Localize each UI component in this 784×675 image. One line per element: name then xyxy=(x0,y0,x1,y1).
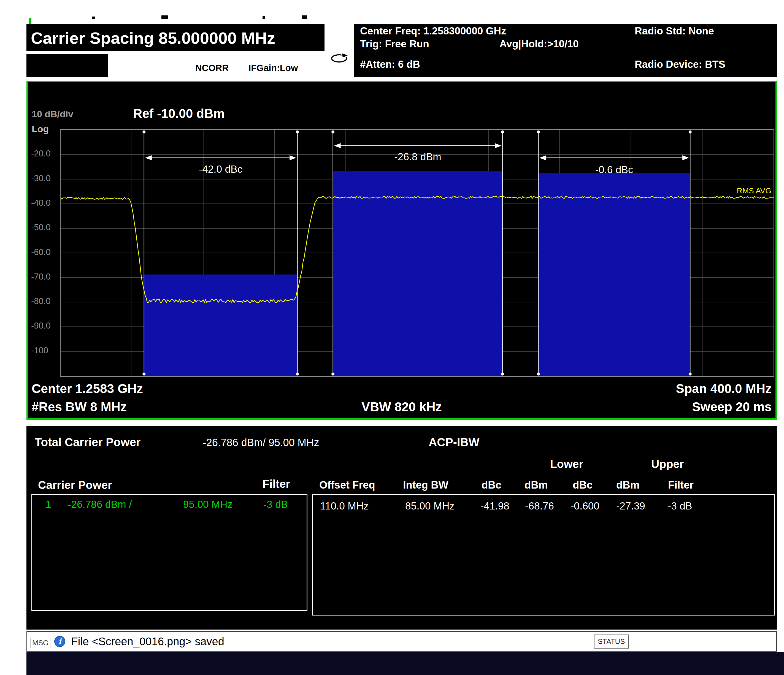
radio-device-readout[interactable]: Radio Device: BTS xyxy=(635,59,725,70)
y-axis-label: -90.0 xyxy=(31,321,51,331)
carrier-row-power: -26.786 dBm / xyxy=(68,499,132,510)
carrier-table-header-power: Carrier Power xyxy=(38,479,112,491)
measurement-mode-label: ACP-IBW xyxy=(429,435,479,449)
svg-text:-0.6 dBc: -0.6 dBc xyxy=(595,164,633,176)
header-radio-block: Radio Std: None Radio Device: BTS xyxy=(628,24,777,77)
graticule-frame: -42.0 dBc-26.8 dBm-0.6 dBcRMS AVG xyxy=(60,129,775,377)
sweep-annotation[interactable]: Sweep 20 ms xyxy=(692,399,772,414)
y-axis-label: -50.0 xyxy=(31,222,51,232)
offset-row-lower-dbc: -41.98 xyxy=(481,501,509,512)
carrier-row-bw: 95.00 MHz xyxy=(183,499,232,510)
res-bw-annotation[interactable]: #Res BW 8 MHz xyxy=(32,399,127,414)
ifgain-indicator: IFGain:Low xyxy=(249,63,298,73)
offset-header-upper-dbm: dBm xyxy=(616,479,639,491)
svg-text:RMS AVG: RMS AVG xyxy=(737,187,772,195)
offset-row-upper-dbc: -0.600 xyxy=(571,501,599,512)
scale-per-div-label: 10 dB/div xyxy=(32,109,73,120)
header-settings-block: Center Freq: 1.258300000 GHz Trig: Free … xyxy=(354,24,628,77)
y-axis-label: -100 xyxy=(31,345,48,356)
offset-header-lower-dbm: dBm xyxy=(524,479,548,491)
ncorr-indicator: NCORR xyxy=(195,63,229,73)
y-axis-label: -30.0 xyxy=(31,174,51,184)
screen-artifact xyxy=(92,17,95,19)
total-carrier-power-label: Total Carrier Power xyxy=(35,435,140,449)
svg-text:-26.8 dBm: -26.8 dBm xyxy=(394,151,441,162)
offset-table: 110.0 MHz 85.00 MHz -41.98 -68.76 -0.600… xyxy=(312,494,775,616)
offset-row-lower-dbm: -68.76 xyxy=(525,501,554,512)
carrier-table: 1 -26.786 dBm / 95.00 MHz -3 dB xyxy=(31,494,307,611)
offset-header-filter: Filter xyxy=(668,479,694,491)
atten-readout[interactable]: #Atten: 6 dB xyxy=(360,59,420,70)
y-axis-label: -70.0 xyxy=(31,272,51,282)
spectrum-display: 10 dB/div Ref -10.00 dBm Log -20.0-30.0-… xyxy=(26,81,777,420)
scale-type-label: Log xyxy=(32,124,49,134)
carrier-table-header-filter: Filter xyxy=(263,477,290,490)
ref-level-label[interactable]: Ref -10.00 dBm xyxy=(133,106,224,121)
screen-artifact xyxy=(263,16,265,19)
offset-row-integ-bw: 85.00 MHz xyxy=(405,501,454,512)
upper-group-header: Upper xyxy=(651,458,684,471)
avg-hold-readout[interactable]: Avg|Hold:>10/10 xyxy=(499,38,579,50)
span-annotation[interactable]: Span 400.0 MHz xyxy=(676,381,772,396)
offset-header-offset-freq: Offset Freq xyxy=(319,479,375,491)
measurement-title: Carrier Spacing 85.000000 MHz xyxy=(31,29,275,48)
offset-row-freq: 110.0 MHz xyxy=(320,501,369,512)
bottom-filler xyxy=(26,652,784,675)
status-bar: MSG i File <Screen_0016.png> saved STATU… xyxy=(26,631,777,652)
carrier-row-filter: -3 dB xyxy=(263,499,288,510)
continuous-sweep-icon[interactable] xyxy=(328,50,350,65)
trigger-readout[interactable]: Trig: Free Run xyxy=(360,38,429,50)
y-axis-label: -40.0 xyxy=(31,198,51,208)
total-carrier-power-value: -26.786 dBm/ 95.00 MHz xyxy=(203,437,319,449)
screen-artifact xyxy=(302,16,307,19)
offset-header-lower-dbc: dBc xyxy=(482,479,501,491)
y-axis-label: -20.0 xyxy=(31,149,51,159)
offset-header-integ-bw: Integ BW xyxy=(403,479,448,491)
spectrum-chart: -42.0 dBc-26.8 dBm-0.6 dBcRMS AVG xyxy=(61,130,773,376)
center-freq-annotation[interactable]: Center 1.2583 GHz xyxy=(32,381,143,396)
svg-text:-42.0 dBc: -42.0 dBc xyxy=(199,163,243,175)
offset-row-filter: -3 dB xyxy=(668,501,692,512)
status-message: File <Screen_0016.png> saved xyxy=(71,635,224,648)
results-panel: Total Carrier Power -26.786 dBm/ 95.00 M… xyxy=(26,426,777,630)
offset-row-upper-dbm: -27.39 xyxy=(616,501,645,512)
screen-artifact xyxy=(162,16,168,19)
measurement-title-bar[interactable]: Carrier Spacing 85.000000 MHz xyxy=(26,24,325,52)
lower-group-header: Lower xyxy=(550,458,583,471)
msg-label: MSG xyxy=(30,638,50,648)
vbw-annotation[interactable]: VBW 820 kHz xyxy=(361,399,442,414)
carrier-row-index[interactable]: 1 xyxy=(45,499,51,510)
y-axis-label: -80.0 xyxy=(31,296,51,306)
radio-std-readout[interactable]: Radio Std: None xyxy=(635,25,714,37)
y-axis-label: -60.0 xyxy=(31,247,51,257)
center-freq-readout[interactable]: Center Freq: 1.258300000 GHz xyxy=(360,25,506,37)
info-icon: i xyxy=(53,635,66,648)
offset-header-upper-dbc: dBc xyxy=(573,479,593,491)
screen-artifact xyxy=(29,18,31,24)
status-label: STATUS xyxy=(594,635,629,649)
measbar-tab xyxy=(26,54,108,77)
